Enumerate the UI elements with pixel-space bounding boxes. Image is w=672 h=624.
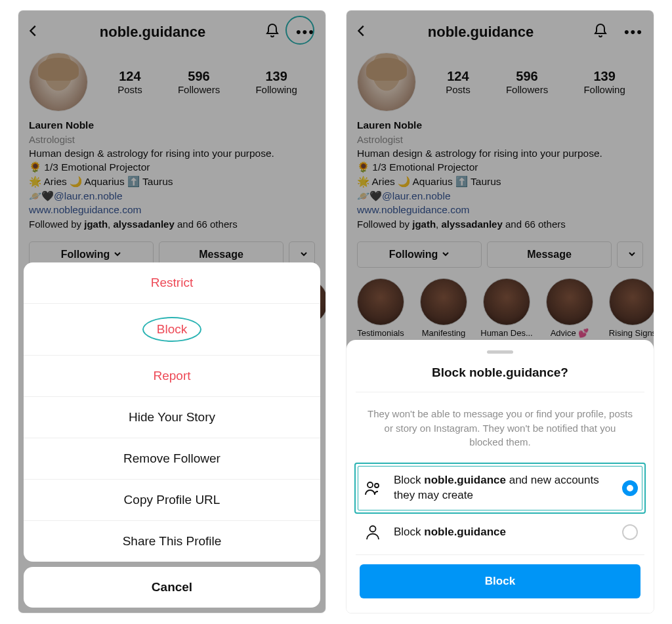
story-highlight[interactable]: Advice 💕 [542,278,597,338]
chevron-down-icon [628,249,636,260]
story-highlight[interactable]: Testimonials [353,278,408,338]
profile-category: Astrologist [29,133,315,146]
block-option[interactable]: Block [24,304,320,356]
copy-profile-url-option[interactable]: Copy Profile URL [24,480,320,521]
stat-posts-label: Posts [117,84,142,95]
followed-by-text[interactable]: Followed by jgath, alyssadanley and 66 o… [357,217,643,231]
notifications-icon[interactable] [264,23,280,41]
bio-line-2: 🌻 1/3 Emotional Projector [29,160,315,175]
profile-website-link[interactable]: www.nobleguidance.com [357,203,643,217]
profile-stats: 124 Posts 596 Followers 139 Following [428,69,643,95]
block-modal-description: They won't be able to message you or fin… [356,407,644,463]
stat-following-number: 139 [255,69,297,84]
stat-posts[interactable]: 124 Posts [446,69,471,95]
report-option[interactable]: Report [24,356,320,397]
following-button-label: Following [61,249,110,260]
block-confirm-button[interactable]: Block [360,564,640,598]
story-highlight[interactable]: Manifesting [416,278,471,338]
bio-line-1: Human design & astrology for rising into… [29,146,315,161]
profile-action-buttons: Following Message [346,234,654,274]
stat-posts[interactable]: 124 Posts [117,69,142,95]
radio-selected-icon [622,480,638,496]
bio-line-3: 🌟 Aries 🌙 Aquarius ⬆️ Taurus [29,175,315,189]
action-sheet-group: Restrict Block Report Hide Your Story Re… [24,262,320,562]
message-button[interactable]: Message [487,241,612,268]
block-confirmation-modal: Block noble.guidance? They won't be able… [346,340,654,613]
stat-followers[interactable]: 596 Followers [506,69,548,95]
block-option-1-text: Block noble.guidance and new accounts th… [394,473,612,503]
profile-top: 124 Posts 596 Followers 139 Following [18,47,326,114]
svg-point-1 [375,484,379,488]
restrict-option[interactable]: Restrict [24,262,320,304]
story-highlights-row: Testimonials Manifesting Human Des... Ad… [346,274,654,341]
profile-username-title: noble.guidance [100,24,205,41]
more-options-icon[interactable]: ••• [621,22,646,42]
chevron-down-icon [114,249,121,260]
share-profile-option[interactable]: Share This Profile [24,521,320,562]
block-option-single-account[interactable]: Block noble.guidance [356,514,644,551]
bio-mention-link[interactable]: @laur.en.noble [54,190,123,201]
suggestions-dropdown-button[interactable] [617,241,643,268]
divider [356,554,644,555]
bio-mention-link[interactable]: @laur.en.noble [382,190,451,201]
profile-header: noble.guidance ••• [18,10,326,47]
phone-screenshot-left: noble.guidance ••• 124 Posts 596 [18,10,326,614]
back-icon[interactable] [26,24,41,41]
cancel-button[interactable]: Cancel [24,567,320,608]
avatar[interactable] [29,52,88,112]
block-option-with-future-accounts[interactable]: Block noble.guidance and new accounts th… [356,464,644,512]
stat-followers-number: 596 [178,69,220,84]
stat-posts-number: 124 [117,69,142,84]
radio-unselected-icon [622,524,638,540]
profile-top: 124 Posts 596 Followers 139 Following [346,47,654,114]
person-icon [362,523,383,541]
chevron-down-icon [442,249,450,260]
notifications-icon[interactable] [593,23,608,41]
block-option-2-text: Block noble.guidance [394,525,612,540]
back-icon[interactable] [354,24,369,41]
tutorial-highlight-circle [285,16,314,45]
display-name: Lauren Noble [29,118,315,133]
stat-following[interactable]: 139 Following [255,69,297,95]
profile-website-link[interactable]: www.nobleguidance.com [29,203,315,217]
story-highlight[interactable]: Human Des... [479,278,534,338]
remove-follower-option[interactable]: Remove Follower [24,438,320,480]
story-highlight[interactable]: Rising Signs [605,278,654,338]
tutorial-highlight-box: Block noble.guidance and new accounts th… [354,463,646,514]
profile-bio: Lauren Noble Astrologist Human design & … [18,114,326,234]
profile-username-title: noble.guidance [428,24,534,41]
profile-stats: 124 Posts 596 Followers 139 Following [100,69,315,95]
bio-line-4: 🪐🖤@laur.en.noble [29,189,315,203]
profile-action-sheet: Restrict Block Report Hide Your Story Re… [24,262,320,608]
followed-by-text[interactable]: Followed by jgath, alyssadanley and 66 o… [29,217,315,231]
bio-emoji-prefix: 🪐🖤 [29,190,54,201]
stat-following-label: Following [255,84,297,95]
phone-screenshot-right: noble.guidance ••• 124 Posts 596 Followe… [346,10,654,614]
following-button[interactable]: Following [357,241,482,268]
chevron-down-icon [300,249,308,260]
hide-story-option[interactable]: Hide Your Story [24,397,320,438]
stat-followers[interactable]: 596 Followers [178,69,220,95]
block-modal-title: Block noble.guidance? [356,365,644,392]
tutorial-highlight-oval: Block [142,317,201,342]
more-options-icon[interactable]: ••• [293,22,318,42]
people-icon [362,479,383,497]
profile-bio: Lauren Noble Astrologist Human design & … [346,114,654,234]
stat-following[interactable]: 139 Following [583,69,625,95]
message-button-label: Message [199,249,243,260]
svg-point-0 [368,482,373,488]
avatar[interactable] [357,52,416,112]
stat-followers-label: Followers [178,84,220,95]
modal-drag-handle[interactable] [487,350,513,354]
profile-header: noble.guidance ••• [346,10,654,47]
svg-point-2 [370,526,376,532]
